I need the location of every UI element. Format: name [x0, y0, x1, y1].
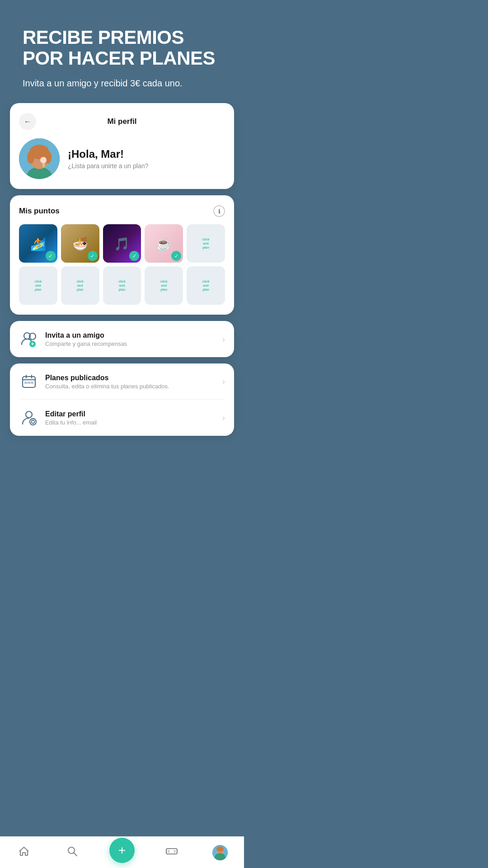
calendar-icon-wrap [19, 372, 39, 392]
greeting-subtitle: ¿Lista para unirte a un plan? [68, 162, 148, 170]
chevron-right-icon-3: › [222, 413, 225, 423]
check-badge: ✓ [88, 251, 98, 261]
edit-icon-wrap [19, 408, 39, 428]
cards-container: ← Mi perfil [0, 103, 244, 481]
check-badge: ✓ [171, 251, 181, 261]
svg-rect-18 [28, 382, 30, 384]
menu-card: Planes publicados Consulta, edita o elim… [10, 363, 234, 436]
add-friend-icon: + [21, 331, 37, 347]
point-item-placeholder-1[interactable]: clickandplan [187, 224, 225, 263]
point-item-water[interactable]: ✓ [19, 224, 57, 263]
point-item-placeholder-2[interactable]: clickandplan [19, 266, 57, 305]
invite-friend-label: Invita a un amigo [45, 331, 216, 340]
chevron-right-icon: › [222, 335, 225, 344]
check-badge: ✓ [46, 251, 56, 261]
avatar [19, 138, 60, 179]
svg-point-22 [32, 420, 35, 424]
invite-friend-item[interactable]: + Invita a un amigo Comparte y gana reco… [10, 321, 234, 357]
invite-friend-text: Invita a un amigo Comparte y gana recomp… [45, 331, 216, 347]
profile-info: ¡Hola, Mar! ¿Lista para unirte a un plan… [19, 138, 225, 179]
profile-title: Mi perfil [36, 117, 208, 126]
chevron-right-icon-2: › [222, 377, 225, 387]
invite-friend-desc: Comparte y gana recompensas [45, 340, 216, 347]
edit-profile-icon [21, 410, 37, 426]
info-icon[interactable]: ℹ [213, 205, 225, 217]
svg-rect-17 [24, 382, 27, 384]
profile-card: ← Mi perfil [10, 103, 234, 189]
back-button[interactable]: ← [19, 113, 36, 130]
edit-profile-text: Editar perfil Edita tu info... email [45, 410, 216, 426]
svg-rect-19 [31, 382, 33, 384]
published-plans-item[interactable]: Planes publicados Consulta, edita o elim… [10, 363, 234, 400]
greeting-text: ¡Hola, Mar! ¿Lista para unirte a un plan… [68, 148, 148, 170]
point-item-placeholder-3[interactable]: clickandplan [61, 266, 99, 305]
points-grid: ✓ ✓ ✓ ✓ clickandplan clickandplan [19, 224, 225, 305]
hero-title: RECIBE PREMIOS POR HACER PLANES [23, 27, 221, 69]
greeting-name: ¡Hola, Mar! [68, 148, 148, 160]
svg-point-8 [40, 157, 47, 163]
edit-profile-item[interactable]: Editar perfil Edita tu info... email › [10, 400, 234, 436]
published-plans-desc: Consulta, edita o elimina tus planes pub… [45, 383, 216, 390]
point-item-concert[interactable]: ✓ [103, 224, 141, 263]
profile-header: ← Mi perfil [19, 113, 225, 130]
hero-subtitle: Invita a un amigo y recibid 3€ cada uno. [23, 77, 221, 90]
add-friend-icon-wrap: + [19, 329, 39, 349]
point-item-mugs[interactable]: ✓ [145, 224, 183, 263]
edit-profile-label: Editar perfil [45, 410, 216, 418]
points-title: Mis puntos [19, 207, 60, 216]
point-item-placeholder-4[interactable]: clickandplan [103, 266, 141, 305]
points-header: Mis puntos ℹ [19, 205, 225, 217]
points-card: Mis puntos ℹ ✓ ✓ ✓ ✓ clickandplan [10, 195, 234, 315]
svg-point-5 [27, 151, 34, 164]
svg-text:+: + [31, 341, 34, 347]
calendar-icon [21, 373, 37, 390]
svg-point-21 [30, 419, 36, 425]
check-badge: ✓ [129, 251, 139, 261]
svg-point-20 [26, 411, 32, 418]
hero-section: RECIBE PREMIOS POR HACER PLANES Invita a… [0, 0, 244, 103]
avatar-image [19, 138, 60, 179]
point-item-placeholder-5[interactable]: clickandplan [145, 266, 183, 305]
published-plans-text: Planes publicados Consulta, edita o elim… [45, 374, 216, 390]
published-plans-label: Planes publicados [45, 374, 216, 382]
edit-profile-desc: Edita tu info... email [45, 419, 216, 426]
point-item-food[interactable]: ✓ [61, 224, 99, 263]
invite-card: + Invita a un amigo Comparte y gana reco… [10, 321, 234, 357]
point-item-placeholder-6[interactable]: clickandplan [187, 266, 225, 305]
